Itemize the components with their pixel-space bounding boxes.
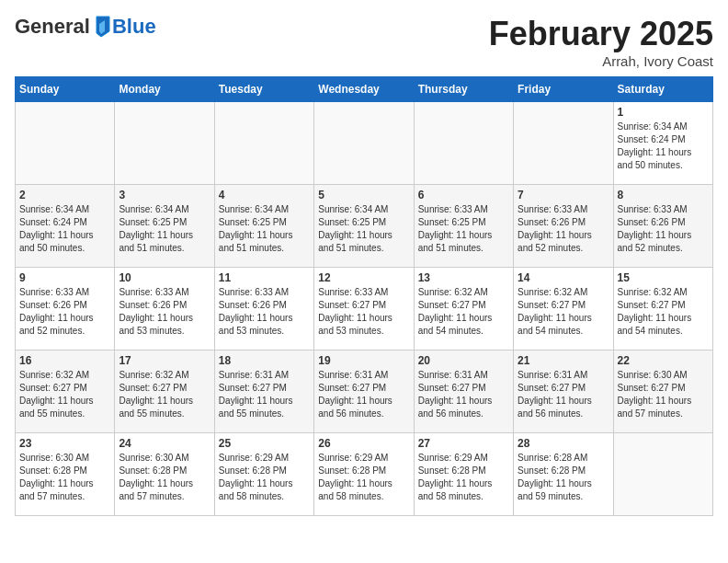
- day-number: 14: [518, 271, 609, 284]
- table-row: 9Sunrise: 6:33 AM Sunset: 6:26 PM Daylig…: [16, 268, 115, 350]
- day-info: Sunrise: 6:29 AM Sunset: 6:28 PM Dayligh…: [418, 452, 509, 503]
- day-number: 27: [418, 437, 509, 450]
- table-row: 12Sunrise: 6:33 AM Sunset: 6:27 PM Dayli…: [314, 268, 414, 350]
- day-info: Sunrise: 6:34 AM Sunset: 6:25 PM Dayligh…: [119, 203, 210, 255]
- title-block: February 2025 Arrah, Ivory Coast: [489, 15, 713, 69]
- table-row: 10Sunrise: 6:33 AM Sunset: 6:26 PM Dayli…: [115, 268, 214, 350]
- day-info: Sunrise: 6:32 AM Sunset: 6:27 PM Dayligh…: [19, 369, 110, 420]
- day-number: 19: [318, 354, 409, 367]
- logo-blue: Blue: [112, 15, 156, 39]
- day-info: Sunrise: 6:33 AM Sunset: 6:26 PM Dayligh…: [19, 286, 110, 338]
- day-number: 6: [418, 189, 509, 201]
- day-number: 21: [518, 354, 609, 367]
- calendar-header-row: Sunday Monday Tuesday Wednesday Thursday…: [16, 77, 713, 102]
- calendar-week-row: 23Sunrise: 6:30 AM Sunset: 6:28 PM Dayli…: [16, 433, 713, 516]
- table-row: 8Sunrise: 6:33 AM Sunset: 6:26 PM Daylig…: [613, 185, 712, 268]
- day-info: Sunrise: 6:31 AM Sunset: 6:27 PM Dayligh…: [219, 369, 310, 420]
- day-info: Sunrise: 6:31 AM Sunset: 6:27 PM Dayligh…: [518, 369, 609, 420]
- table-row: [613, 433, 712, 516]
- day-number: 13: [418, 271, 509, 284]
- day-number: 2: [19, 189, 110, 201]
- day-info: Sunrise: 6:29 AM Sunset: 6:28 PM Dayligh…: [318, 452, 409, 503]
- day-info: Sunrise: 6:33 AM Sunset: 6:26 PM Dayligh…: [119, 286, 210, 338]
- calendar-week-row: 9Sunrise: 6:33 AM Sunset: 6:26 PM Daylig…: [16, 268, 713, 350]
- table-row: 6Sunrise: 6:33 AM Sunset: 6:25 PM Daylig…: [414, 185, 513, 268]
- day-number: 17: [119, 354, 210, 367]
- day-info: Sunrise: 6:34 AM Sunset: 6:25 PM Dayligh…: [318, 203, 409, 255]
- day-info: Sunrise: 6:32 AM Sunset: 6:27 PM Dayligh…: [119, 369, 210, 420]
- table-row: 18Sunrise: 6:31 AM Sunset: 6:27 PM Dayli…: [214, 350, 313, 433]
- day-number: 7: [518, 189, 609, 201]
- calendar-week-row: 16Sunrise: 6:32 AM Sunset: 6:27 PM Dayli…: [16, 350, 713, 433]
- table-row: 17Sunrise: 6:32 AM Sunset: 6:27 PM Dayli…: [115, 350, 214, 433]
- col-thursday: Thursday: [414, 77, 513, 102]
- location: Arrah, Ivory Coast: [489, 53, 713, 69]
- table-row: 2Sunrise: 6:34 AM Sunset: 6:24 PM Daylig…: [16, 185, 115, 268]
- day-info: Sunrise: 6:34 AM Sunset: 6:24 PM Dayligh…: [19, 203, 110, 255]
- table-row: 15Sunrise: 6:32 AM Sunset: 6:27 PM Dayli…: [613, 268, 712, 350]
- day-number: 4: [219, 189, 310, 201]
- table-row: 22Sunrise: 6:30 AM Sunset: 6:27 PM Dayli…: [613, 350, 712, 433]
- day-number: 10: [119, 271, 210, 284]
- logo-general: General: [15, 15, 90, 39]
- table-row: 11Sunrise: 6:33 AM Sunset: 6:26 PM Dayli…: [214, 268, 313, 350]
- day-info: Sunrise: 6:33 AM Sunset: 6:26 PM Dayligh…: [518, 203, 609, 255]
- table-row: [314, 102, 414, 185]
- day-info: Sunrise: 6:28 AM Sunset: 6:28 PM Dayligh…: [518, 452, 609, 503]
- day-number: 12: [318, 271, 409, 284]
- day-info: Sunrise: 6:33 AM Sunset: 6:26 PM Dayligh…: [219, 286, 310, 338]
- day-number: 23: [19, 437, 110, 450]
- day-info: Sunrise: 6:34 AM Sunset: 6:24 PM Dayligh…: [618, 121, 709, 172]
- day-info: Sunrise: 6:31 AM Sunset: 6:27 PM Dayligh…: [418, 369, 509, 420]
- table-row: 23Sunrise: 6:30 AM Sunset: 6:28 PM Dayli…: [16, 433, 115, 516]
- table-row: [16, 102, 115, 185]
- day-info: Sunrise: 6:31 AM Sunset: 6:27 PM Dayligh…: [318, 369, 409, 420]
- col-saturday: Saturday: [613, 77, 712, 102]
- table-row: 24Sunrise: 6:30 AM Sunset: 6:28 PM Dayli…: [115, 433, 214, 516]
- calendar-week-row: 1Sunrise: 6:34 AM Sunset: 6:24 PM Daylig…: [16, 102, 713, 185]
- day-number: 28: [518, 437, 609, 450]
- table-row: 7Sunrise: 6:33 AM Sunset: 6:26 PM Daylig…: [514, 185, 613, 268]
- day-info: Sunrise: 6:33 AM Sunset: 6:26 PM Dayligh…: [618, 203, 709, 255]
- table-row: [115, 102, 214, 185]
- table-row: 27Sunrise: 6:29 AM Sunset: 6:28 PM Dayli…: [414, 433, 513, 516]
- day-info: Sunrise: 6:33 AM Sunset: 6:25 PM Dayligh…: [418, 203, 509, 255]
- day-info: Sunrise: 6:30 AM Sunset: 6:28 PM Dayligh…: [119, 452, 210, 503]
- logo-icon: [91, 15, 111, 39]
- table-row: 20Sunrise: 6:31 AM Sunset: 6:27 PM Dayli…: [414, 350, 513, 433]
- table-row: 26Sunrise: 6:29 AM Sunset: 6:28 PM Dayli…: [314, 433, 414, 516]
- day-number: 22: [618, 354, 709, 367]
- day-number: 24: [119, 437, 210, 450]
- table-row: 19Sunrise: 6:31 AM Sunset: 6:27 PM Dayli…: [314, 350, 414, 433]
- logo: General Blue: [15, 15, 156, 39]
- day-number: 8: [618, 189, 709, 201]
- calendar-table: Sunday Monday Tuesday Wednesday Thursday…: [15, 76, 713, 516]
- table-row: 1Sunrise: 6:34 AM Sunset: 6:24 PM Daylig…: [613, 102, 712, 185]
- page-header: General Blue February 2025 Arrah, Ivory …: [15, 15, 713, 69]
- table-row: [214, 102, 313, 185]
- day-number: 9: [19, 271, 110, 284]
- day-info: Sunrise: 6:32 AM Sunset: 6:27 PM Dayligh…: [618, 286, 709, 338]
- day-number: 1: [618, 106, 709, 119]
- table-row: 3Sunrise: 6:34 AM Sunset: 6:25 PM Daylig…: [115, 185, 214, 268]
- day-info: Sunrise: 6:30 AM Sunset: 6:27 PM Dayligh…: [618, 369, 709, 420]
- month-title: February 2025: [489, 15, 713, 53]
- day-info: Sunrise: 6:34 AM Sunset: 6:25 PM Dayligh…: [219, 203, 310, 255]
- table-row: [514, 102, 613, 185]
- day-info: Sunrise: 6:30 AM Sunset: 6:28 PM Dayligh…: [19, 452, 110, 503]
- col-sunday: Sunday: [16, 77, 115, 102]
- day-info: Sunrise: 6:33 AM Sunset: 6:27 PM Dayligh…: [318, 286, 409, 338]
- table-row: 5Sunrise: 6:34 AM Sunset: 6:25 PM Daylig…: [314, 185, 414, 268]
- day-number: 16: [19, 354, 110, 367]
- day-number: 11: [219, 271, 310, 284]
- table-row: [414, 102, 513, 185]
- day-number: 25: [219, 437, 310, 450]
- day-info: Sunrise: 6:32 AM Sunset: 6:27 PM Dayligh…: [518, 286, 609, 338]
- table-row: 16Sunrise: 6:32 AM Sunset: 6:27 PM Dayli…: [16, 350, 115, 433]
- day-number: 3: [119, 189, 210, 201]
- table-row: 28Sunrise: 6:28 AM Sunset: 6:28 PM Dayli…: [514, 433, 613, 516]
- day-number: 20: [418, 354, 509, 367]
- day-number: 5: [318, 189, 409, 201]
- day-number: 18: [219, 354, 310, 367]
- logo-text: General Blue: [15, 15, 156, 39]
